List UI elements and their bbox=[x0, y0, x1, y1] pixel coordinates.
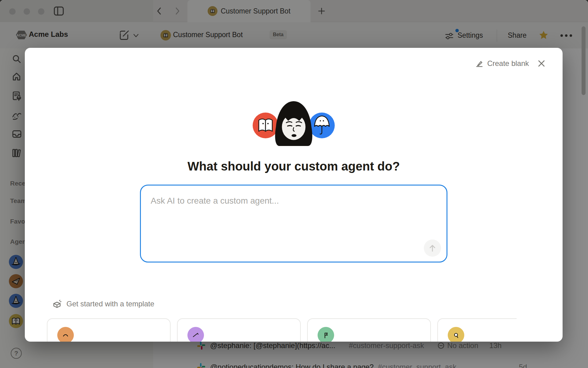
arrow-up-icon bbox=[428, 243, 437, 253]
agent-prompt-input[interactable] bbox=[141, 186, 447, 262]
close-icon[interactable] bbox=[537, 59, 546, 68]
template-avatar bbox=[318, 327, 334, 342]
submit-prompt-button[interactable] bbox=[424, 240, 441, 257]
modal-heading: What should your custom agent do? bbox=[25, 159, 563, 173]
template-avatar bbox=[187, 327, 204, 342]
agent-illustration bbox=[25, 97, 563, 149]
create-agent-modal: Create blank bbox=[25, 48, 563, 342]
template-card-row bbox=[47, 318, 517, 342]
templates-section-header: Get started with a template bbox=[52, 299, 154, 309]
template-avatar bbox=[448, 327, 464, 342]
template-box-icon bbox=[52, 299, 62, 309]
template-card[interactable] bbox=[437, 318, 517, 342]
template-avatar bbox=[57, 327, 74, 342]
pencil-icon bbox=[475, 59, 484, 68]
agent-prompt-box bbox=[140, 185, 447, 263]
template-card[interactable] bbox=[47, 318, 171, 342]
template-card[interactable] bbox=[307, 318, 431, 342]
create-blank-button[interactable]: Create blank bbox=[475, 59, 529, 68]
app-window: Customer Support Bot ACME Acme Labs bbox=[0, 0, 588, 368]
template-card[interactable] bbox=[177, 318, 301, 342]
